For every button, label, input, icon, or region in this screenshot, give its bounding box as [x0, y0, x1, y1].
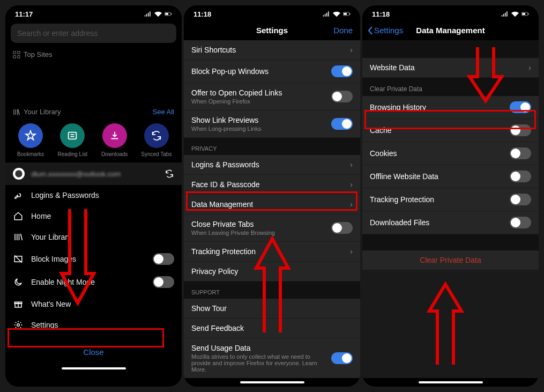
- link-previews-toggle[interactable]: [331, 118, 353, 130]
- menu-library[interactable]: Your Library: [5, 227, 182, 248]
- see-all-link[interactable]: See All: [153, 108, 174, 116]
- offline-toggle[interactable]: [510, 171, 531, 182]
- tracking-toggle[interactable]: [510, 194, 531, 205]
- chevron-right-icon: ›: [350, 180, 353, 189]
- search-input[interactable]: Search or enter address: [11, 24, 176, 43]
- phone-1-menu: 11:17 Search or enter address Top Sites …: [5, 5, 182, 387]
- chevron-right-icon: ›: [350, 160, 353, 169]
- menu-home[interactable]: Home: [5, 206, 182, 227]
- cookies-toggle[interactable]: [510, 147, 531, 159]
- row-block-popups[interactable]: Block Pop-up Windows: [184, 60, 360, 83]
- svg-rect-7: [69, 132, 77, 139]
- lib-bookmarks[interactable]: Bookmarks: [12, 123, 49, 157]
- lib-reading-list[interactable]: Reading List: [54, 123, 91, 157]
- svg-rect-1: [165, 13, 168, 15]
- library-header: Your Library: [13, 108, 61, 116]
- battery-icon: [521, 11, 529, 17]
- close-button[interactable]: Close: [11, 340, 176, 364]
- row-privacy-policy[interactable]: Privacy Policy: [184, 262, 360, 282]
- library-icon: [13, 108, 20, 116]
- svg-rect-19: [349, 13, 350, 14]
- status-icons: [501, 11, 529, 17]
- row-cache[interactable]: Cache: [362, 119, 539, 142]
- block-popups-toggle[interactable]: [331, 65, 353, 77]
- row-show-tour[interactable]: Show Tour: [184, 299, 360, 319]
- home-indicator[interactable]: [419, 381, 483, 383]
- close-private-toggle[interactable]: [331, 222, 353, 234]
- gift-icon: [13, 299, 24, 309]
- svg-rect-2: [171, 13, 172, 14]
- row-tracking-protection[interactable]: Tracking Protection: [362, 188, 539, 211]
- cache-toggle[interactable]: [510, 124, 531, 136]
- row-faceid[interactable]: Face ID & Passcode›: [184, 175, 360, 195]
- lib-downloads[interactable]: Downloads: [96, 123, 133, 157]
- top-sites-label: Top Sites: [24, 50, 52, 58]
- lib-synced-tabs[interactable]: Synced Tabs: [138, 123, 175, 157]
- night-mode-toggle[interactable]: [153, 276, 174, 288]
- row-logins[interactable]: Logins & Passwords›: [184, 155, 360, 175]
- copied-links-toggle[interactable]: [331, 91, 353, 102]
- row-siri[interactable]: Siri Shortcuts›: [184, 40, 360, 60]
- row-data-management[interactable]: Data Management›: [184, 195, 360, 215]
- phone-2-settings: 11:18 Settings Done Siri Shortcuts› Bloc…: [184, 5, 360, 387]
- wifi-icon: [333, 11, 340, 17]
- row-downloaded-files[interactable]: Downloaded Files: [362, 211, 539, 234]
- wifi-icon: [511, 11, 519, 17]
- row-copied-links[interactable]: Offer to Open Copied LinksWhen Opening F…: [184, 83, 360, 110]
- signal-icon: [144, 11, 152, 17]
- account-email: dlum.xxxxxxxx@outlook.com: [31, 170, 158, 178]
- grid-icon: [13, 51, 20, 58]
- avatar-icon: [13, 168, 25, 180]
- status-time: 11:18: [372, 10, 390, 18]
- block-images-toggle[interactable]: [153, 253, 174, 265]
- browsing-toggle[interactable]: [510, 101, 531, 113]
- phone-3-data-management: 11:18 Settings Data Management Website D…: [362, 5, 539, 387]
- row-usage[interactable]: Send Usage DataMozilla strives to only c…: [184, 338, 360, 378]
- chevron-right-icon: ›: [350, 200, 353, 209]
- gear-icon: [13, 320, 24, 330]
- signal-icon: [323, 11, 330, 17]
- menu-night-mode[interactable]: Enable Night Mode: [5, 271, 182, 294]
- signal-icon: [501, 11, 509, 17]
- menu-block-images[interactable]: Block Images: [5, 248, 182, 271]
- row-offline-data[interactable]: Offline Website Data: [362, 165, 539, 188]
- svg-rect-6: [18, 55, 20, 57]
- download-icon: [109, 130, 121, 142]
- row-link-previews[interactable]: Show Link PreviewsWhen Long-pressing Lin…: [184, 110, 360, 138]
- top-sites-header: Top Sites: [5, 46, 182, 63]
- back-button[interactable]: Settings: [368, 26, 403, 35]
- status-bar: 11:18: [362, 5, 539, 20]
- nav-title: Settings: [256, 26, 288, 35]
- row-website-data[interactable]: Website Data›: [362, 58, 539, 78]
- menu-whats-new[interactable]: What's New: [5, 294, 182, 315]
- clear-private-data-button[interactable]: Clear Private Data: [362, 250, 539, 270]
- refresh-icon[interactable]: [165, 169, 174, 179]
- support-header: SUPPORT: [184, 282, 360, 299]
- home-indicator[interactable]: [62, 367, 126, 369]
- chevron-right-icon: ›: [528, 63, 531, 72]
- svg-point-16: [17, 324, 20, 327]
- star-icon: [25, 130, 36, 142]
- moon-icon: [13, 277, 24, 287]
- svg-point-10: [15, 170, 22, 177]
- block-images-icon: [13, 254, 24, 264]
- nav-bar: Settings Done: [184, 20, 360, 40]
- account-row[interactable]: dlum.xxxxxxxx@outlook.com: [5, 162, 182, 185]
- row-cookies[interactable]: Cookies: [362, 142, 539, 165]
- svg-rect-18: [344, 13, 347, 15]
- chevron-right-icon: ›: [350, 247, 353, 256]
- downloaded-toggle[interactable]: [510, 217, 531, 228]
- home-indicator[interactable]: [240, 381, 304, 383]
- row-browsing-history[interactable]: Browsing History: [362, 96, 539, 119]
- done-button[interactable]: Done: [333, 26, 353, 35]
- svg-rect-3: [13, 51, 16, 53]
- row-tracking[interactable]: Tracking Protection›: [184, 242, 360, 262]
- svg-rect-21: [522, 13, 525, 15]
- row-feedback[interactable]: Send Feedback: [184, 319, 360, 338]
- menu-settings[interactable]: Settings: [5, 315, 182, 336]
- nav-bar: Settings Data Management: [362, 20, 539, 40]
- usage-toggle[interactable]: [331, 352, 353, 364]
- row-close-private[interactable]: Close Private TabsWhen Leaving Private B…: [184, 215, 360, 242]
- svg-rect-4: [18, 51, 20, 53]
- menu-logins[interactable]: Logins & Passwords: [5, 185, 182, 206]
